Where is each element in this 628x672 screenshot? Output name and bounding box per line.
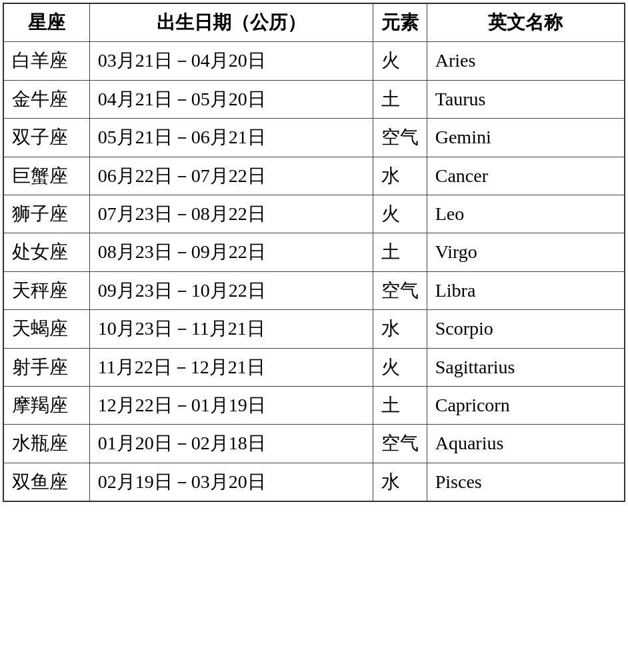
cell-english: Pisces	[427, 463, 625, 501]
cell-sign: 白羊座	[3, 42, 89, 80]
table-row: 巨蟹座06月22日－07月22日水Cancer	[3, 157, 625, 195]
cell-sign: 双鱼座	[3, 463, 89, 501]
cell-sign: 天秤座	[3, 271, 89, 309]
cell-element: 水	[373, 157, 427, 195]
table-row: 双鱼座02月19日－03月20日水Pisces	[3, 463, 625, 501]
cell-date: 04月21日－05月20日	[89, 80, 373, 118]
cell-sign: 双子座	[3, 119, 89, 157]
cell-sign: 巨蟹座	[3, 157, 89, 195]
cell-english: Gemini	[427, 119, 625, 157]
cell-date: 07月23日－08月22日	[89, 195, 373, 233]
cell-element: 土	[373, 80, 427, 118]
header-element: 元素	[373, 3, 427, 42]
cell-english: Aries	[427, 42, 625, 80]
header-sign: 星座	[3, 3, 89, 42]
cell-sign: 射手座	[3, 348, 89, 386]
table-row: 金牛座04月21日－05月20日土Taurus	[3, 80, 625, 118]
cell-date: 12月22日－01月19日	[89, 386, 373, 424]
cell-element: 空气	[373, 271, 427, 309]
header-english: 英文名称	[427, 3, 625, 42]
cell-english: Taurus	[427, 80, 625, 118]
cell-sign: 摩羯座	[3, 386, 89, 424]
cell-english: Scorpio	[427, 310, 625, 348]
cell-date: 01月20日－02月18日	[89, 425, 373, 463]
cell-english: Virgo	[427, 233, 625, 271]
table-row: 摩羯座12月22日－01月19日土Capricorn	[3, 386, 625, 424]
table-row: 双子座05月21日－06月21日空气Gemini	[3, 119, 625, 157]
cell-sign: 天蝎座	[3, 310, 89, 348]
cell-date: 08月23日－09月22日	[89, 233, 373, 271]
cell-element: 水	[373, 463, 427, 501]
cell-element: 空气	[373, 425, 427, 463]
cell-english: Sagittarius	[427, 348, 625, 386]
cell-element: 土	[373, 386, 427, 424]
header-date: 出生日期（公历）	[89, 3, 373, 42]
cell-date: 10月23日－11月21日	[89, 310, 373, 348]
table-row: 狮子座07月23日－08月22日火Leo	[3, 195, 625, 233]
table-row: 射手座11月22日－12月21日火Sagittarius	[3, 348, 625, 386]
cell-element: 土	[373, 233, 427, 271]
zodiac-table-container: 星座 出生日期（公历） 元素 英文名称 白羊座03月21日－04月20日火Ari…	[0, 0, 628, 505]
table-header-row: 星座 出生日期（公历） 元素 英文名称	[3, 3, 625, 42]
cell-date: 11月22日－12月21日	[89, 348, 373, 386]
cell-date: 09月23日－10月22日	[89, 271, 373, 309]
cell-date: 06月22日－07月22日	[89, 157, 373, 195]
cell-sign: 金牛座	[3, 80, 89, 118]
cell-element: 火	[373, 348, 427, 386]
table-row: 白羊座03月21日－04月20日火Aries	[3, 42, 625, 80]
cell-english: Cancer	[427, 157, 625, 195]
table-row: 天秤座09月23日－10月22日空气Libra	[3, 271, 625, 309]
cell-date: 03月21日－04月20日	[89, 42, 373, 80]
cell-english: Aquarius	[427, 425, 625, 463]
cell-english: Libra	[427, 271, 625, 309]
cell-element: 火	[373, 195, 427, 233]
cell-english: Leo	[427, 195, 625, 233]
cell-element: 空气	[373, 119, 427, 157]
cell-sign: 处女座	[3, 233, 89, 271]
cell-element: 水	[373, 310, 427, 348]
table-row: 天蝎座10月23日－11月21日水Scorpio	[3, 310, 625, 348]
cell-date: 02月19日－03月20日	[89, 463, 373, 501]
cell-date: 05月21日－06月21日	[89, 119, 373, 157]
cell-sign: 水瓶座	[3, 425, 89, 463]
table-row: 水瓶座01月20日－02月18日空气Aquarius	[3, 425, 625, 463]
cell-english: Capricorn	[427, 386, 625, 424]
cell-sign: 狮子座	[3, 195, 89, 233]
cell-element: 火	[373, 42, 427, 80]
table-row: 处女座08月23日－09月22日土Virgo	[3, 233, 625, 271]
zodiac-table: 星座 出生日期（公历） 元素 英文名称 白羊座03月21日－04月20日火Ari…	[3, 3, 625, 502]
